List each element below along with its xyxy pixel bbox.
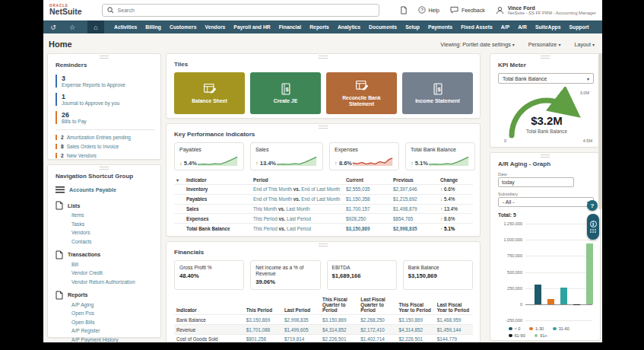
kpi-row-current[interactable]: $1,150,358 (344, 194, 391, 204)
nav-home-tab[interactable]: ⌂ (87, 21, 104, 33)
global-search[interactable] (102, 4, 379, 17)
financial-row-value[interactable]: $2,268,250 (358, 315, 396, 325)
tile-income-statement[interactable]: $Income Statement (402, 72, 473, 114)
shortcut-section-lists[interactable]: Lists (56, 201, 154, 210)
shortcut-link-a-p-payment-history[interactable]: A/P Payment History (71, 337, 154, 342)
financial-row-value[interactable]: $801,258 (244, 334, 282, 342)
recent-records-icon[interactable]: ↺ (48, 24, 59, 31)
nav-item-billing[interactable]: Billing (145, 24, 161, 30)
drag-handle-icon[interactable] (541, 56, 550, 59)
shortcut-section-transactions[interactable]: Transactions (56, 250, 154, 259)
bar-0[interactable] (535, 285, 541, 304)
nav-item-analytics[interactable]: Analytics (338, 24, 360, 30)
kpi-row-previous[interactable]: $2,998,835 (391, 224, 438, 233)
shortcut-link-items[interactable]: Items (71, 212, 154, 218)
kpi-meter-select[interactable]: Total Bank Balance ▾ (498, 73, 594, 84)
subsidiary-select[interactable]: - All - ▾ (498, 197, 594, 207)
shortcut-link-bill[interactable]: Bill (71, 262, 154, 267)
shortcut-link-a-p-aging[interactable]: A/P Aging (71, 302, 154, 307)
financial-row-value[interactable]: $4,314,852 (320, 325, 358, 335)
financial-row-value[interactable]: $2,172,410 (358, 325, 396, 335)
reminder-item[interactable]: 2Amortization Entries pending (56, 135, 154, 140)
drag-handle-icon[interactable] (319, 243, 328, 247)
kpi-row-current[interactable]: $928,250 (344, 214, 391, 224)
nav-item-setup[interactable]: Setup (405, 24, 420, 30)
financial-row-value[interactable]: $719,814 (282, 334, 320, 342)
kpi-row-previous[interactable]: $1,215,692 (391, 194, 438, 204)
shortcut-link-open-pos[interactable]: Open Pos (71, 310, 154, 316)
help-bubble-button[interactable]: ? (587, 200, 598, 211)
kpi-row-previous[interactable]: $1,498,879 (391, 204, 438, 214)
shortcut-link-vendor-return-authorization[interactable]: Vendor Return Authorization (71, 279, 154, 285)
bar-61-90[interactable] (573, 304, 580, 306)
financial-row-value[interactable]: $2,226,501 (320, 334, 358, 342)
bar-31-60[interactable] (560, 288, 567, 304)
drag-handle-icon[interactable] (541, 154, 550, 158)
drag-handle-icon[interactable] (319, 126, 328, 129)
bar-91[interactable] (586, 243, 593, 304)
help-button[interactable]: ? Help (418, 6, 439, 14)
financial-card-net-income-as-a-of-revenue[interactable]: Net Income as a % of Revenue 39.06% (250, 260, 320, 290)
reminder-item[interactable]: 2New Vendors (56, 153, 154, 158)
create-new-button[interactable] (400, 6, 408, 14)
reminder-item[interactable]: 3Expense Reports to Approve (56, 75, 154, 88)
nav-item-customers[interactable]: Customers (170, 24, 197, 30)
reminder-item[interactable]: 8Sales Orders to Invoice (56, 144, 154, 149)
user-menu[interactable]: Vince Ford NetSuite - SS FF PRM - Accoun… (496, 5, 596, 15)
drag-handle-icon[interactable] (319, 56, 328, 59)
kpi-row-current[interactable]: $1,700,157 (344, 204, 391, 214)
shortcut-link-a-p-register[interactable]: A/P Register (71, 328, 154, 333)
kpi-row-current[interactable]: $2,555,035 (344, 185, 391, 195)
financial-row-value[interactable]: $2,998,835 (282, 315, 320, 325)
kpi-card-sales[interactable]: Sales ↑ 13.4% (250, 142, 323, 170)
vertical-scrollbar[interactable] (598, 53, 602, 209)
kpi-card-expenses[interactable]: Expenses ↑ 8.6% (329, 142, 399, 170)
filter-caret-icon[interactable]: ▾ (176, 178, 179, 183)
kpi-row-previous[interactable]: $854,765 (391, 214, 438, 224)
drag-handle-icon[interactable] (100, 56, 109, 59)
nav-item-payments[interactable]: Payments (428, 24, 452, 30)
feedback-widget-button[interactable]: i (587, 214, 599, 240)
financial-row-value[interactable]: $144,779 (435, 334, 473, 342)
reminder-item[interactable]: 26Bills to Pay (56, 111, 154, 124)
financial-row-value[interactable]: $3,150,869 (320, 315, 358, 325)
financial-row-value[interactable]: $2,226,501 (397, 334, 435, 342)
financial-card-gross-profit[interactable]: Gross Profit % 48.40% (174, 260, 244, 290)
date-input[interactable]: today (498, 177, 574, 187)
search-input[interactable] (118, 8, 374, 13)
financial-card-ebitda[interactable]: EBITDA $1,689,166 (327, 260, 397, 290)
financial-row-value[interactable]: $1,701,086 (244, 325, 282, 335)
accounts-payable-group[interactable]: Accounts Payable (56, 186, 154, 193)
netsuite-logo[interactable]: ORACLE NetSuite (49, 5, 82, 16)
kpi-card-total-bank-balance[interactable]: Total Bank Balance ↑ 5.1% (405, 142, 475, 170)
shortcut-link-open-bills[interactable]: Open Bills (71, 320, 154, 325)
nav-item-a-p[interactable]: A/P (501, 24, 509, 30)
nav-item-payroll-and-hr[interactable]: Payroll and HR (233, 24, 270, 30)
shortcuts-star-icon[interactable]: ☆ (67, 24, 78, 31)
tile-create-je[interactable]: $Create JE (250, 72, 321, 114)
nav-item-a-r[interactable]: A/R (518, 24, 527, 30)
feedback-button[interactable]: Feedback (450, 6, 485, 14)
nav-item-documents[interactable]: Documents (369, 24, 397, 30)
shortcut-link-vendor-credit[interactable]: Vendor Credit (71, 270, 154, 275)
tile-balance-sheet[interactable]: Balance Sheet (174, 72, 245, 114)
shortcut-section-reports[interactable]: Reports (56, 291, 154, 300)
shortcut-link-vendors[interactable]: Vendors (71, 230, 154, 235)
financial-row-value[interactable]: $1,459,144 (435, 325, 473, 335)
nav-item-activities[interactable]: Activities (114, 24, 137, 30)
nav-item-vendors[interactable]: Vendors (205, 24, 226, 30)
nav-item-reports[interactable]: Reports (309, 24, 329, 30)
tile-reconcile-bank-statement[interactable]: Reconcile Bank Statement (326, 72, 397, 114)
financial-row-value[interactable]: $3,150,869 (397, 315, 435, 325)
viewing-dropdown[interactable]: Viewing: Portlet date settings▾ (440, 41, 515, 48)
reminder-item[interactable]: 1Journal to Approve by you (56, 93, 154, 106)
financial-row-value[interactable]: $1,402,714 (358, 334, 396, 342)
financial-row-value[interactable]: $1,499,605 (282, 325, 320, 335)
financial-row-value[interactable]: $4,314,852 (397, 325, 435, 335)
shortcut-link-tasks[interactable]: Tasks (71, 221, 154, 227)
layout-dropdown[interactable]: Layout▾ (574, 41, 595, 48)
bar-1-30[interactable] (547, 299, 554, 304)
nav-item-fixed-assets[interactable]: Fixed Assets (461, 24, 493, 30)
financial-row-value[interactable]: $1,468,959 (435, 315, 473, 325)
drag-handle-icon[interactable] (100, 167, 109, 170)
